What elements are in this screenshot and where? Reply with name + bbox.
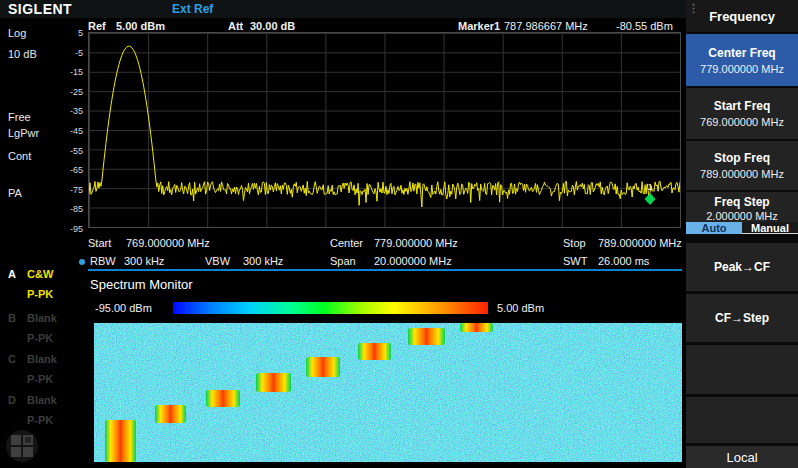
ref-value: 5.00 dBm [116, 20, 165, 32]
marker-level: -80.55 dBm [616, 20, 673, 32]
trace-d-detector: P-PK [27, 414, 53, 426]
freq-step-mode-toggle: Auto Manual [686, 222, 798, 234]
center-freq-button[interactable]: Center Freq 779.000000 MHz [686, 34, 798, 86]
trace-a-detector: P-PK [27, 288, 53, 300]
section-divider [88, 269, 682, 271]
ref-label: Ref [88, 20, 106, 32]
att-label: Att [228, 20, 243, 32]
swt-value: 26.000 ms [598, 255, 649, 267]
span-value: 20.000000 MHz [374, 255, 452, 267]
trace-plot: 1 [89, 33, 680, 227]
start-value: 769.000000 MHz [126, 237, 210, 249]
center-value: 779.000000 MHz [374, 237, 458, 249]
ext-ref-status: Ext Ref [172, 2, 213, 16]
siglent-logo: SIGLENT [8, 1, 72, 17]
y-axis-tick: -35 [70, 106, 83, 116]
freq-step-label: Freq Step [714, 195, 769, 209]
waterfall-hotspot [408, 328, 445, 345]
cf-to-step-button[interactable]: CF→Step [686, 294, 798, 342]
layout-grid-icon [23, 435, 33, 445]
center-label: Center [330, 237, 363, 249]
freq-step-value: 2.000000 MHz [706, 210, 778, 222]
trace-a-mode: C&W [27, 268, 53, 280]
spectrum-monitor-title: Spectrum Monitor [90, 277, 193, 292]
y-axis-tick: -65 [70, 165, 83, 175]
y-axis-tick: -55 [70, 146, 83, 156]
peak-to-cf-label: Peak→CF [714, 260, 770, 274]
start-freq-label: Start Freq [714, 99, 771, 113]
y-axis-tick: -75 [70, 185, 83, 195]
waterfall-hotspot [306, 357, 340, 377]
auto-option[interactable]: Auto [686, 222, 742, 234]
peak-to-cf-button[interactable]: Peak→CF [686, 243, 798, 291]
vbw-label: VBW [205, 255, 230, 267]
rbw-coupled-dot-icon [79, 259, 85, 265]
scale-div-label: 10 dB [8, 48, 37, 60]
stop-label: Stop [563, 237, 586, 249]
stop-value: 789.000000 MHz [598, 237, 682, 249]
sweep-label: Cont [8, 150, 31, 162]
spectrum-analyzer-screen: SIGLENT Ext Ref Ref 5.00 dBm Att 30.00 d… [0, 0, 798, 468]
stop-freq-value: 789.000000 MHz [700, 168, 784, 180]
y-axis-tick: -25 [70, 87, 83, 97]
trace-b-id: B [8, 312, 16, 324]
spectrum-graph: 1 [88, 32, 681, 228]
trace-d-mode: Blank [27, 394, 57, 406]
trace-c-id: C [8, 353, 16, 365]
preamp-label: PA [8, 187, 22, 199]
marker-label: Marker1 [458, 20, 500, 32]
marker1-number: 1 [647, 181, 653, 192]
y-axis-tick: 5 [78, 28, 83, 38]
center-freq-value: 779.000000 MHz [700, 63, 784, 75]
start-label: Start [88, 237, 111, 249]
att-value: 30.00 dB [250, 20, 295, 32]
trace-d-id: D [8, 394, 16, 406]
marker-freq: 787.986667 MHz [504, 20, 588, 32]
vbw-value: 300 kHz [243, 255, 283, 267]
y-axis-labels: 5-5-15-25-35-45-55-65-75-85-95 [58, 32, 85, 228]
grip-dots-icon: ⋮ [688, 4, 699, 12]
center-freq-label: Center Freq [708, 46, 775, 60]
layout-grid-icon [11, 435, 21, 445]
start-freq-value: 769.000000 MHz [700, 116, 784, 128]
trace-b-detector: P-PK [27, 332, 53, 344]
waterfall-hotspot [105, 420, 136, 462]
y-axis-tick: -15 [70, 67, 83, 77]
manual-option[interactable]: Manual [742, 222, 798, 234]
y-axis-tick: -95 [70, 224, 83, 234]
waterfall-hotspot [358, 343, 391, 360]
rbw-value: 300 kHz [124, 255, 164, 267]
amplitude-color-scale [173, 302, 488, 314]
trace-c-detector: P-PK [27, 373, 53, 385]
blank-softkey-2[interactable] [686, 397, 798, 443]
trace-a-line [89, 46, 680, 207]
menu-title: Frequency [709, 9, 775, 24]
scale-min-label: -95.00 dBm [95, 302, 152, 314]
stop-freq-button[interactable]: Stop Freq 789.000000 MHz [686, 141, 798, 190]
cf-to-step-label: CF→Step [715, 311, 769, 325]
span-label: Span [330, 255, 356, 267]
layout-grid-icon [11, 447, 21, 457]
scale-type-label: Log [8, 27, 26, 39]
local-button[interactable]: Local [686, 446, 798, 468]
blank-softkey-1[interactable] [686, 345, 798, 394]
trace-b-mode: Blank [27, 312, 57, 324]
layout-grid-icon [23, 447, 33, 457]
trigger-label: Free [8, 111, 31, 123]
softkey-panel: ⋮ Frequency Center Freq 779.000000 MHz S… [686, 0, 798, 468]
waterfall-display [94, 323, 682, 462]
waterfall-hotspot [206, 390, 240, 407]
scale-max-label: 5.00 dBm [497, 302, 544, 314]
waterfall-hotspot [460, 323, 493, 332]
trace-c-mode: Blank [27, 353, 57, 365]
waterfall-hotspot [256, 373, 291, 392]
stop-freq-label: Stop Freq [714, 151, 770, 165]
freq-step-button[interactable]: Freq Step 2.000000 MHz Auto Manual [686, 192, 798, 234]
marker1-diamond-icon [645, 193, 656, 205]
window-layout-button[interactable] [6, 430, 38, 462]
trace-a-id: A [8, 268, 16, 280]
rbw-label: RBW [90, 255, 116, 267]
title-bar: SIGLENT Ext Ref [0, 0, 686, 18]
power-label: LgPwr [8, 127, 39, 139]
start-freq-button[interactable]: Start Freq 769.000000 MHz [686, 88, 798, 139]
